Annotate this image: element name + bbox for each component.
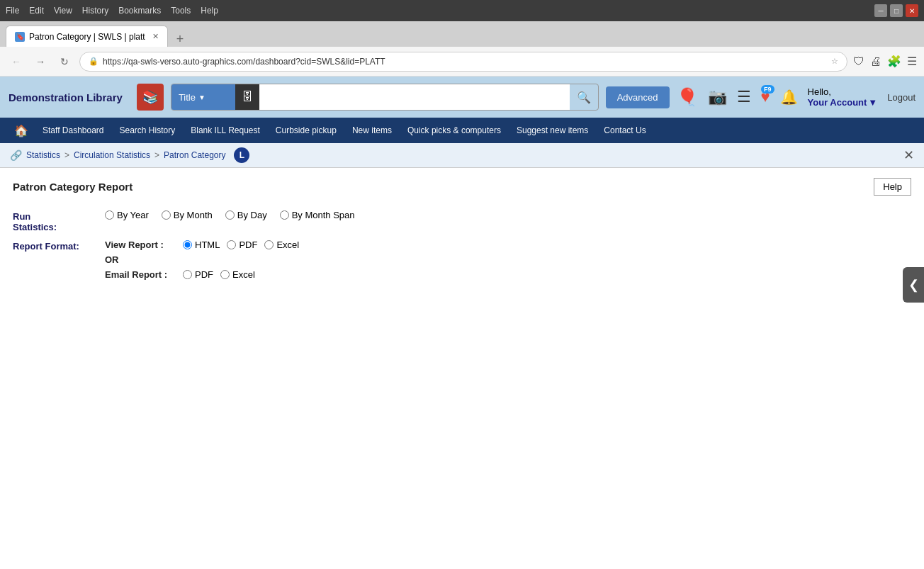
app-header: Demonstration Library 📚 Title ▼ 🗄 🔍 Adva… bbox=[0, 77, 924, 118]
search-bar: Title ▼ 🗄 🔍 bbox=[171, 84, 599, 111]
by-month-span-option[interactable]: By Month Span bbox=[280, 210, 355, 220]
browser-titlebar: File Edit View History Bookmarks Tools H… bbox=[0, 0, 924, 21]
nav-suggest-items[interactable]: Suggest new items bbox=[509, 121, 595, 140]
breadcrumb-statistics[interactable]: Statistics bbox=[26, 150, 60, 160]
list-icon-button[interactable]: ☰ bbox=[737, 88, 751, 106]
nav-quick-picks[interactable]: Quick picks & computers bbox=[400, 121, 508, 140]
by-year-radio[interactable] bbox=[105, 210, 114, 220]
nav-search-history[interactable]: Search History bbox=[113, 121, 183, 140]
bell-icon-button[interactable]: 🔔 bbox=[780, 89, 798, 106]
account-button[interactable]: Your Account ▼ bbox=[808, 97, 878, 108]
menu-dots-icon[interactable]: ☰ bbox=[907, 55, 917, 68]
by-day-option[interactable]: By Day bbox=[225, 210, 267, 220]
logout-button[interactable]: Logout bbox=[887, 92, 915, 103]
nav-staff-dashboard[interactable]: Staff Dashboard bbox=[35, 121, 111, 140]
extension-icon[interactable]: 🧩 bbox=[887, 55, 901, 68]
pdf-radio[interactable] bbox=[227, 240, 236, 249]
by-month-radio[interactable] bbox=[162, 210, 171, 220]
menu-edit[interactable]: Edit bbox=[29, 6, 44, 16]
help-button[interactable]: Help bbox=[874, 178, 911, 196]
email-excel-option[interactable]: Excel bbox=[220, 269, 255, 280]
bookmark-star-icon: ☆ bbox=[831, 57, 838, 66]
menu-bookmarks[interactable]: Bookmarks bbox=[118, 6, 161, 16]
nav-contact-us[interactable]: Contact Us bbox=[597, 121, 653, 140]
menu-history[interactable]: History bbox=[82, 6, 108, 16]
heart-badge: F9 bbox=[761, 85, 774, 94]
run-statistics-row: Run Statistics: By Year By Month By Day … bbox=[13, 210, 911, 232]
close-button[interactable]: ✕ bbox=[906, 4, 918, 17]
hello-text: Hello, bbox=[808, 86, 831, 97]
address-bar[interactable]: 🔒 https://qa-swls-verso.auto-graphics.co… bbox=[79, 52, 847, 72]
library-logo: 📚 bbox=[137, 84, 164, 111]
home-button[interactable]: 🏠 bbox=[9, 124, 34, 137]
email-report-label: Email Report : bbox=[105, 269, 176, 280]
nav-blank-ill[interactable]: Blank ILL Request bbox=[184, 121, 267, 140]
email-excel-radio[interactable] bbox=[220, 270, 230, 279]
search-input[interactable] bbox=[259, 84, 570, 110]
maximize-button[interactable]: □ bbox=[890, 4, 903, 17]
new-tab-button[interactable]: + bbox=[172, 32, 188, 47]
breadcrumb-patron-category[interactable]: Patron Category bbox=[164, 150, 225, 160]
email-excel-label: Excel bbox=[232, 269, 255, 280]
search-type-dropdown[interactable]: Title ▼ bbox=[171, 84, 235, 110]
nav-curbside[interactable]: Curbside pickup bbox=[269, 121, 344, 140]
tab-title: Patron Category | SWLS | platt bbox=[29, 32, 145, 42]
tab-favicon: 🔖 bbox=[15, 32, 25, 42]
active-tab[interactable]: 🔖 Patron Category | SWLS | platt ✕ bbox=[6, 26, 168, 47]
menu-help[interactable]: Help bbox=[201, 6, 218, 16]
email-pdf-radio[interactable] bbox=[183, 270, 192, 279]
nav-new-items[interactable]: New items bbox=[345, 121, 399, 140]
library-name: Demonstration Library bbox=[9, 91, 123, 103]
excel-option[interactable]: Excel bbox=[264, 240, 299, 250]
security-icon: 🔒 bbox=[89, 57, 98, 66]
report-header: Patron Category Report Help bbox=[13, 178, 911, 196]
balloon-icon-button[interactable]: 🎈 bbox=[677, 87, 698, 107]
pdf-option[interactable]: PDF bbox=[227, 240, 257, 250]
menu-file[interactable]: File bbox=[6, 6, 19, 16]
excel-radio[interactable] bbox=[264, 240, 274, 249]
tab-close-button[interactable]: ✕ bbox=[152, 32, 159, 41]
back-button[interactable]: ← bbox=[7, 52, 26, 71]
view-report-label: View Report : bbox=[105, 240, 176, 250]
run-statistics-options: By Year By Month By Day By Month Span bbox=[105, 210, 355, 220]
run-statistics-label: Run Statistics: bbox=[13, 210, 98, 232]
by-month-option[interactable]: By Month bbox=[162, 210, 213, 220]
email-report-row: Email Report : PDF Excel bbox=[105, 269, 299, 280]
refresh-button[interactable]: ↻ bbox=[55, 52, 74, 71]
camera-icon-button[interactable]: 📷 bbox=[708, 88, 727, 106]
pdf-label: PDF bbox=[239, 240, 257, 250]
menu-tools[interactable]: Tools bbox=[171, 6, 191, 16]
report-format-label: Report Format: bbox=[13, 240, 98, 252]
breadcrumb-sep-1: > bbox=[64, 150, 69, 160]
account-hello: Hello, Your Account ▼ bbox=[808, 86, 878, 108]
breadcrumb-close-button[interactable]: ✕ bbox=[903, 147, 914, 163]
search-type-label: Title bbox=[179, 92, 196, 103]
email-pdf-option[interactable]: PDF bbox=[183, 269, 213, 280]
advanced-search-button[interactable]: Advanced bbox=[606, 86, 670, 108]
browser-addressbar: ← → ↻ 🔒 https://qa-swls-verso.auto-graph… bbox=[0, 47, 924, 77]
email-pdf-label: PDF bbox=[195, 269, 213, 280]
account-section: Hello, Your Account ▼ bbox=[808, 86, 878, 108]
menu-view[interactable]: View bbox=[54, 6, 72, 16]
side-toggle-button[interactable]: ❮ bbox=[903, 267, 924, 303]
print-icon[interactable]: 🖨 bbox=[870, 55, 881, 68]
by-month-span-label: By Month Span bbox=[292, 210, 355, 220]
html-radio[interactable] bbox=[183, 240, 192, 249]
by-month-span-radio[interactable] bbox=[280, 210, 289, 220]
by-day-radio[interactable] bbox=[225, 210, 235, 220]
bell-icon: 🔔 bbox=[780, 89, 798, 106]
window-controls: ─ □ ✕ bbox=[874, 4, 918, 17]
by-year-option[interactable]: By Year bbox=[105, 210, 149, 220]
search-database-icon[interactable]: 🗄 bbox=[235, 84, 259, 110]
by-day-label: By Day bbox=[237, 210, 267, 220]
nav-bar: 🏠 Staff Dashboard Search History Blank I… bbox=[0, 118, 924, 143]
report-title: Patron Category Report bbox=[13, 181, 133, 193]
forward-button[interactable]: → bbox=[31, 52, 50, 71]
heart-icon-button[interactable]: ♥ F9 bbox=[761, 88, 770, 106]
html-option[interactable]: HTML bbox=[183, 240, 220, 250]
minimize-button[interactable]: ─ bbox=[874, 4, 887, 17]
pocket-icon[interactable]: 🛡 bbox=[853, 55, 864, 68]
breadcrumb-circulation[interactable]: Circulation Statistics bbox=[74, 150, 150, 160]
report-format-section: Report Format: View Report : HTML PDF Ex… bbox=[13, 240, 911, 280]
search-button[interactable]: 🔍 bbox=[570, 84, 598, 110]
